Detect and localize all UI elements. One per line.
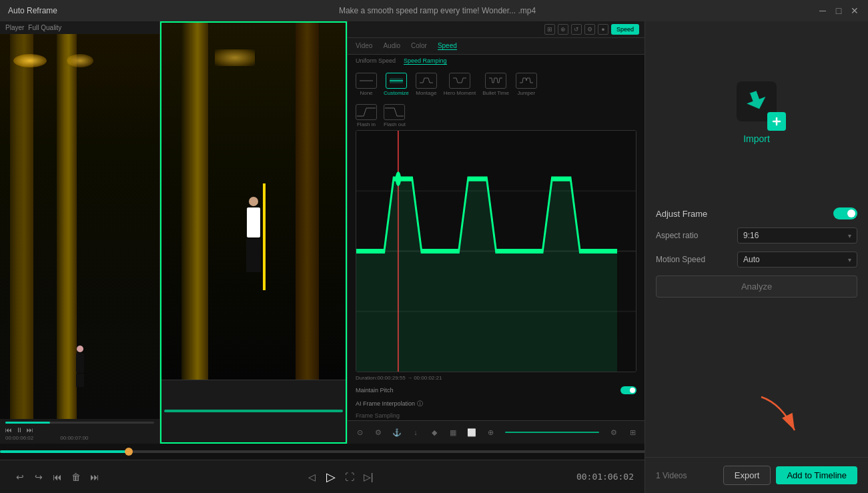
preset-montage-label: Montage	[416, 90, 436, 96]
maintain-pitch-row: Maintain Pitch	[348, 384, 644, 397]
stop-button-small[interactable]: ⏸	[16, 426, 23, 434]
garage-scene	[0, 34, 159, 419]
skip-back-button[interactable]: ⏮	[48, 468, 67, 486]
embed-toolbar: ⊙ ⚙ ⚓ ↓ ◆ ▦ ⬜ ⊕ ⚙ ⊞	[348, 420, 644, 444]
tool-btn-grid[interactable]: ⊞	[626, 426, 639, 439]
import-arrow-icon	[743, 88, 770, 115]
minimize-button[interactable]: ─	[817, 5, 828, 16]
tool-btn-gear[interactable]: ⚙	[372, 426, 385, 439]
speed-ramping-tab[interactable]: Speed Ramping	[404, 57, 447, 65]
player-video-area	[0, 34, 159, 419]
delete-button[interactable]: 🗑	[67, 468, 85, 486]
progress-thumb[interactable]	[125, 448, 133, 456]
pillar-left	[10, 34, 33, 419]
export-main-button[interactable]: Export	[723, 466, 771, 485]
preset-flash-out-label: Flash out	[384, 121, 406, 127]
player-time: 00:00:06:02 00:00:07:00	[5, 435, 154, 441]
import-icon-area[interactable]	[730, 75, 783, 128]
import-icon-overlay	[767, 112, 786, 131]
light-center	[67, 54, 93, 67]
tool-btn-down[interactable]: ↓	[409, 426, 422, 439]
motion-speed-select[interactable]: Auto ▾	[737, 252, 857, 268]
player-progress-fill	[5, 422, 50, 424]
preset-jumper-icon	[516, 73, 537, 89]
progress-fill	[0, 450, 129, 453]
preset-montage[interactable]: Montage	[416, 73, 437, 96]
svg-point-8	[396, 171, 401, 186]
preset-hero[interactable]: Hero Moment	[444, 73, 476, 96]
embed-progress-line	[505, 432, 599, 433]
aspect-ratio-select[interactable]: 9:16 ▾	[737, 227, 857, 243]
properties-panel: Adjust Frame Aspect ratio 9:16 ▾ Motion …	[645, 197, 868, 308]
preset-none[interactable]: None	[356, 73, 377, 96]
close-button[interactable]: ✕	[849, 5, 860, 16]
import-plus-icon	[771, 115, 783, 127]
next-button-small[interactable]: ⏭	[27, 426, 33, 434]
analyze-button[interactable]: Analyze	[656, 276, 857, 298]
icon-mic[interactable]: ●	[598, 24, 608, 35]
preset-customize-label: Customize	[384, 90, 409, 96]
center-figure	[246, 197, 261, 272]
motion-speed-arrow-icon: ▾	[848, 256, 851, 264]
preset-flash-out[interactable]: Flash out	[384, 104, 406, 127]
ai-frame-row: AI Frame Interpolation ⓘ	[348, 397, 644, 411]
tool-btn-cam[interactable]: ⬜	[465, 426, 478, 439]
tab-video[interactable]: Video	[356, 42, 372, 50]
preset-flash-in[interactable]: Flash in	[356, 104, 377, 127]
tool-btn-circle[interactable]: ⊙	[353, 426, 366, 439]
player-label: Player	[5, 24, 24, 31]
uniform-speed-tab[interactable]: Uniform Speed	[356, 57, 396, 65]
icon-screen[interactable]: ⊞	[544, 24, 555, 35]
export-button-small[interactable]: Speed	[611, 24, 639, 35]
frame-back-button[interactable]: ◁	[303, 468, 322, 486]
preset-none-icon	[356, 73, 377, 89]
speed-presets: None Customize	[348, 67, 644, 101]
adjust-frame-label: Adjust Frame	[656, 209, 707, 219]
preset-bullet[interactable]: Bullet Time	[482, 73, 509, 96]
maintain-pitch-label: Maintain Pitch	[356, 387, 394, 394]
tool-btn-anchor[interactable]: ⚓	[390, 426, 404, 439]
preset-none-label: None	[360, 90, 372, 96]
redo-button[interactable]: ↪	[29, 468, 48, 486]
app-name: Auto Reframe	[8, 6, 57, 15]
center-timeline	[161, 380, 346, 442]
icon-settings[interactable]: ⚙	[584, 24, 595, 35]
play-button-small[interactable]: ⏮	[5, 426, 12, 434]
preset-customize[interactable]: Customize	[384, 73, 409, 96]
time-current: 00:00:06:02	[5, 435, 33, 441]
preset-montage-icon	[416, 73, 437, 89]
right-panel-bottom: 1 Videos Export Add to Timeline	[645, 457, 868, 493]
adjust-frame-toggle[interactable]	[833, 207, 857, 219]
tool-btn-settings2[interactable]: ⚙	[607, 426, 620, 439]
progress-track[interactable]	[0, 450, 644, 453]
icon-refresh[interactable]: ↺	[571, 24, 582, 35]
maintain-pitch-toggle[interactable]	[620, 386, 636, 394]
center-figure-pants	[246, 239, 261, 272]
center-light	[215, 49, 255, 66]
undo-button[interactable]: ↩	[11, 468, 29, 486]
figure-head	[77, 346, 83, 352]
import-label: Import	[743, 133, 770, 144]
tab-color[interactable]: Color	[411, 42, 427, 50]
play-pause-button[interactable]: ▷	[322, 468, 340, 486]
fullscreen-button[interactable]: ⛶	[340, 468, 359, 486]
selected-clip-panel	[160, 21, 347, 444]
icon-zoom[interactable]: ⊕	[558, 24, 568, 35]
center-timeline-track[interactable]	[164, 410, 343, 412]
import-area: Import	[645, 21, 868, 197]
duration-info: Duration:00:00:29:55 → 00:00:02:21	[348, 372, 644, 384]
player-panel: Player Full Quality	[0, 21, 160, 444]
frame-forward-button[interactable]: ▷|	[359, 468, 378, 486]
tool-btn-plus-circle[interactable]: ⊕	[484, 426, 497, 439]
maximize-button[interactable]: □	[833, 5, 844, 16]
preset-bullet-icon	[485, 73, 506, 89]
tool-btn-film[interactable]: ▦	[446, 426, 460, 439]
preset-jumper[interactable]: Jumper	[516, 73, 537, 96]
tab-audio[interactable]: Audio	[383, 42, 400, 50]
tool-btn-diamond[interactable]: ◆	[428, 426, 441, 439]
skip-forward-button[interactable]: ⏭	[85, 468, 104, 486]
add-timeline-button[interactable]: Add to Timeline	[776, 466, 857, 484]
motion-speed-value: Auto	[743, 255, 760, 264]
tab-speed[interactable]: Speed	[438, 42, 457, 50]
player-progress-track[interactable]	[5, 422, 154, 424]
